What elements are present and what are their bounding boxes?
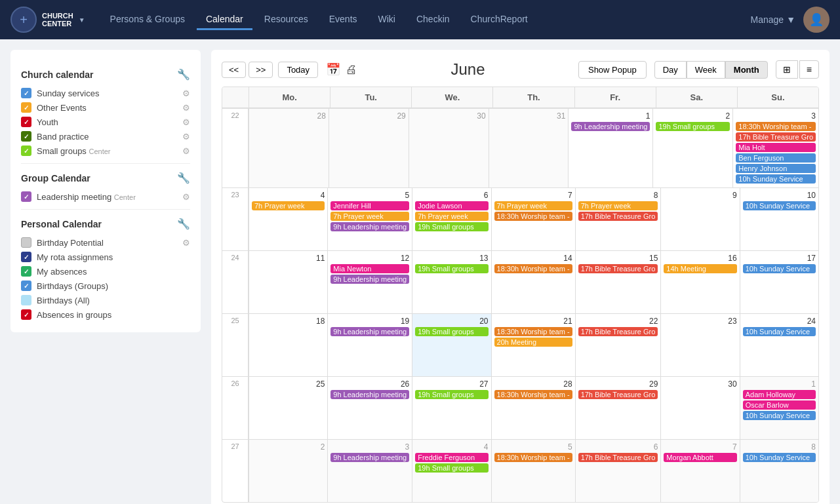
event-pill[interactable]: Mia Holt [736,143,816,152]
sidebar-item-small-groups[interactable]: ✓ Small groups Center ⚙ [21,144,190,158]
day-18-jun[interactable]: 18 [249,314,327,376]
sidebar-item-my-absences[interactable]: ✓ My absences [21,264,190,279]
day-15-jun[interactable]: 15 17h Bible Treasure Gro [575,251,661,313]
event-pill[interactable]: 10h Sunday Service [743,264,816,273]
event-pill[interactable]: 18:30h Worship team - [494,212,572,221]
day-2-jun[interactable]: 2 19h Small groups [652,109,732,187]
event-pill[interactable]: 18:30h Worship team - [736,122,816,131]
nav-churchreport[interactable]: ChurchReport [462,10,537,30]
event-pill[interactable]: 17h Bible Treasure Gro [736,132,816,142]
nav-checkin[interactable]: Checkin [407,10,459,30]
event-pill[interactable]: 17h Bible Treasure Gro [578,390,658,399]
day-25-jun[interactable]: 25 [249,377,327,439]
day-2-jul[interactable]: 2 [249,440,327,502]
event-pill[interactable]: 7h Prayer week [252,201,325,210]
sidebar-item-leadership-meeting[interactable]: ✓ Leadership meeting Center ⚙ [21,189,190,204]
church-calendar-wrench-icon[interactable]: 🔧 [177,68,190,81]
day-22-jun[interactable]: 22 17h Bible Treasure Gro [575,314,661,376]
event-pill[interactable]: 10h Sunday Service [743,411,816,420]
event-pill[interactable]: 17h Bible Treasure Gro [578,212,658,221]
event-pill[interactable]: 19h Small groups [415,264,488,273]
event-pill[interactable]: 19h Small groups [415,463,488,473]
nav-wiki[interactable]: Wiki [369,10,405,30]
sidebar-item-band-practice[interactable]: ✓ Band practice ⚙ [21,129,190,144]
event-pill[interactable]: 7h Prayer week [578,201,658,210]
event-pill[interactable]: Morgan Abbott [664,453,736,462]
event-pill[interactable]: Oscar Barlow [743,400,816,410]
event-pill[interactable]: 19h Small groups [656,122,730,131]
today-button[interactable]: Today [278,62,318,78]
day-7-jul[interactable]: 7 Morgan Abbott [660,440,739,502]
event-pill[interactable]: 14h Meeting [664,264,736,273]
day-4-jun[interactable]: 4 7h Prayer week [249,188,327,250]
day-9-jun[interactable]: 9 [660,188,739,250]
event-pill[interactable]: 17h Bible Treasure Gro [578,264,658,273]
sidebar-item-birthday-potential[interactable]: Birthday Potential ⚙ [21,235,190,250]
event-pill[interactable]: 7h Prayer week [330,212,409,221]
event-pill[interactable]: 9h Leadership meeting [330,222,409,231]
event-pill[interactable]: 10h Sunday Service [743,201,816,210]
event-pill[interactable]: Mia Newton [330,264,409,273]
day-14-jun[interactable]: 14 18:30h Worship team - [491,251,575,313]
day-6-jun[interactable]: 6 Jodie Lawson 7h Prayer week 19h Small … [412,188,490,250]
day-11-jun[interactable]: 11 [249,251,327,313]
month-view-button[interactable]: Month [725,61,768,79]
day-13-jun[interactable]: 13 19h Small groups [412,251,490,313]
day-12-jun[interactable]: 12 Mia Newton 9h Leadership meeting [327,251,412,313]
event-pill[interactable]: Jennifer Hill [330,201,409,210]
nav-calendar[interactable]: Calendar [197,10,252,30]
day-5-jul[interactable]: 5 18:30h Worship team - [491,440,575,502]
day-30-jun[interactable]: 30 [660,377,739,439]
day-17-jun[interactable]: 17 10h Sunday Service [740,251,818,313]
grid-view-icon[interactable]: 📅 [326,62,340,77]
sidebar-item-absences-groups[interactable]: ✓ Absences in groups [21,307,190,322]
event-pill[interactable]: 10h Sunday Service [736,174,816,184]
sidebar-item-youth[interactable]: ✓ Youth ⚙ [21,115,190,129]
event-pill[interactable]: 9h Leadership meeting [330,275,409,284]
event-pill[interactable]: Adam Holloway [743,390,816,399]
event-pill[interactable]: 9h Leadership meeting [330,390,409,399]
day-26-jun[interactable]: 26 9h Leadership meeting [327,377,412,439]
event-pill[interactable]: 18:30h Worship team - [494,264,572,273]
day-29-jun[interactable]: 29 17h Bible Treasure Gro [575,377,661,439]
nav-events[interactable]: Events [320,10,367,30]
sidebar-item-birthdays-groups[interactable]: ✓ Birthdays (Groups) [21,279,190,293]
event-pill[interactable]: 9h Leadership meeting [330,327,409,336]
event-pill[interactable]: 17h Bible Treasure Gro [578,327,658,336]
print-icon[interactable]: 🖨 [346,63,357,77]
event-pill[interactable]: 10h Sunday Service [743,453,816,462]
day-29-may[interactable]: 29 [329,109,409,187]
day-16-jun[interactable]: 16 14h Meeting [660,251,739,313]
day-23-jun[interactable]: 23 [660,314,739,376]
day-19-jun[interactable]: 19 9h Leadership meeting [327,314,412,376]
day-4-jul[interactable]: 4 Freddie Ferguson 19h Small groups [412,440,490,502]
show-popup-button[interactable]: Show Popup [578,61,647,79]
day-24-jun[interactable]: 24 10h Sunday Service [740,314,818,376]
day-30-may[interactable]: 30 [409,109,489,187]
event-pill[interactable]: Jodie Lawson [415,201,488,210]
manage-button[interactable]: Manage ▼ [751,14,795,25]
day-5-jun[interactable]: 5 Jennifer Hill 7h Prayer week 9h Leader… [327,188,412,250]
youth-gear-icon[interactable]: ⚙ [182,117,190,127]
list-format-button[interactable]: ≡ [799,60,819,79]
leadership-meeting-gear-icon[interactable]: ⚙ [182,192,190,202]
other-events-gear-icon[interactable]: ⚙ [182,103,190,113]
event-pill[interactable]: 7h Prayer week [415,212,488,221]
day-3-jul[interactable]: 3 9h Leadership meeting [327,440,412,502]
event-pill[interactable]: 19h Small groups [415,222,488,231]
event-pill[interactable]: 7h Prayer week [494,201,572,210]
sunday-services-gear-icon[interactable]: ⚙ [182,88,190,98]
day-31-may[interactable]: 31 [489,109,569,187]
event-pill[interactable]: 9h Leadership meeting [571,122,650,131]
event-pill[interactable]: 9h Leadership meeting [330,453,409,462]
event-pill[interactable]: 20h Meeting [494,338,572,347]
sidebar-item-other-events[interactable]: ✓ Other Events ⚙ [21,100,190,115]
day-1-jul[interactable]: 1 Adam Holloway Oscar Barlow 10h Sunday … [740,377,818,439]
small-groups-gear-icon[interactable]: ⚙ [182,146,190,156]
logo-area[interactable]: + CHURCH CENTER ▼ [10,7,85,33]
event-pill[interactable]: Freddie Ferguson [415,453,488,462]
user-avatar[interactable]: 👤 [803,7,830,33]
day-10-jun[interactable]: 10 10h Sunday Service [740,188,818,250]
day-6-jul[interactable]: 6 17h Bible Treasure Gro [575,440,661,502]
day-8-jul[interactable]: 8 10h Sunday Service [740,440,818,502]
